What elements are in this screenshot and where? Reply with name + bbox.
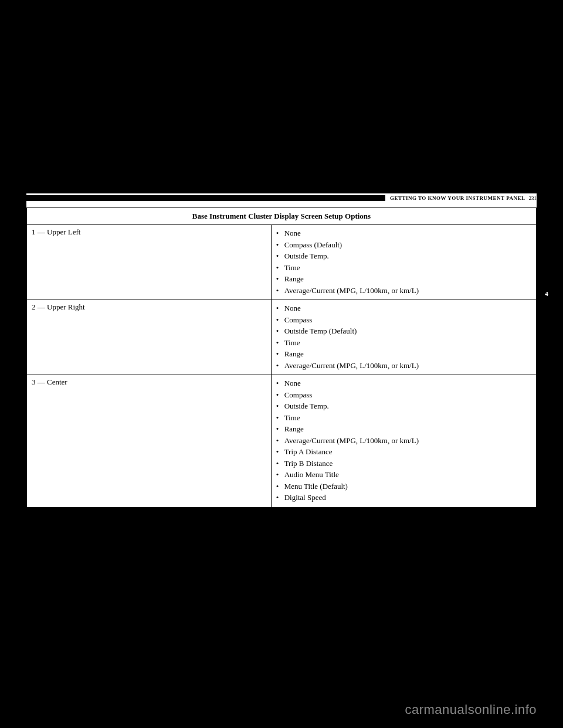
list-item: Compass — [276, 389, 531, 401]
list-item: Compass (Default) — [276, 239, 531, 251]
list-item: None — [276, 302, 531, 314]
list-item: Outside Temp. — [276, 250, 531, 262]
list-item: Compass — [276, 314, 531, 326]
list-item: Trip A Distance — [276, 446, 531, 458]
page-header: GETTING TO KNOW YOUR INSTRUMENT PANEL 23… — [26, 193, 537, 203]
list-item: Average/Current (MPG, L/100km, or km/L) — [276, 360, 531, 372]
row-options: None Compass Outside Temp (Default) Time… — [272, 300, 536, 375]
list-item: Range — [276, 423, 531, 435]
table-row: 2 — Upper Right None Compass Outside Tem… — [27, 300, 536, 375]
list-item: None — [276, 377, 531, 389]
list-item: Time — [276, 412, 531, 424]
row-options: None Compass (Default) Outside Temp. Tim… — [272, 225, 536, 300]
option-list: None Compass (Default) Outside Temp. Tim… — [276, 227, 531, 296]
list-item: Menu Title (Default) — [276, 481, 531, 492]
list-item: Range — [276, 273, 531, 285]
row-label: 2 — Upper Right — [27, 300, 272, 375]
section-title: GETTING TO KNOW YOUR INSTRUMENT PANEL — [385, 195, 525, 201]
page-number: 231 — [525, 195, 537, 201]
list-item: Range — [276, 348, 531, 360]
list-item: Time — [276, 262, 531, 274]
header-rule — [26, 195, 385, 201]
manual-page: GETTING TO KNOW YOUR INSTRUMENT PANEL 23… — [26, 193, 537, 508]
row-options: None Compass Outside Temp. Time Range Av… — [272, 375, 536, 507]
option-list: None Compass Outside Temp (Default) Time… — [276, 302, 531, 371]
list-item: Average/Current (MPG, L/100km, or km/L) — [276, 285, 531, 297]
list-item: Average/Current (MPG, L/100km, or km/L) — [276, 435, 531, 447]
options-table: Base Instrument Cluster Display Screen S… — [26, 207, 537, 508]
list-item: Outside Temp (Default) — [276, 325, 531, 337]
table-row: 3 — Center None Compass Outside Temp. Ti… — [27, 375, 536, 507]
option-list: None Compass Outside Temp. Time Range Av… — [276, 377, 531, 504]
row-label: 3 — Center — [27, 375, 272, 507]
list-item: Time — [276, 337, 531, 349]
list-item: Audio Menu Title — [276, 469, 531, 481]
chapter-tab: 4 — [540, 287, 553, 300]
list-item: None — [276, 227, 531, 239]
list-item: Trip B Distance — [276, 458, 531, 470]
list-item: Digital Speed — [276, 492, 531, 504]
table-row: 1 — Upper Left None Compass (Default) Ou… — [27, 225, 536, 300]
table-title: Base Instrument Cluster Display Screen S… — [27, 208, 536, 225]
list-item: Outside Temp. — [276, 400, 531, 412]
watermark: carmanualsonline.info — [405, 702, 537, 717]
row-label: 1 — Upper Left — [27, 225, 272, 300]
